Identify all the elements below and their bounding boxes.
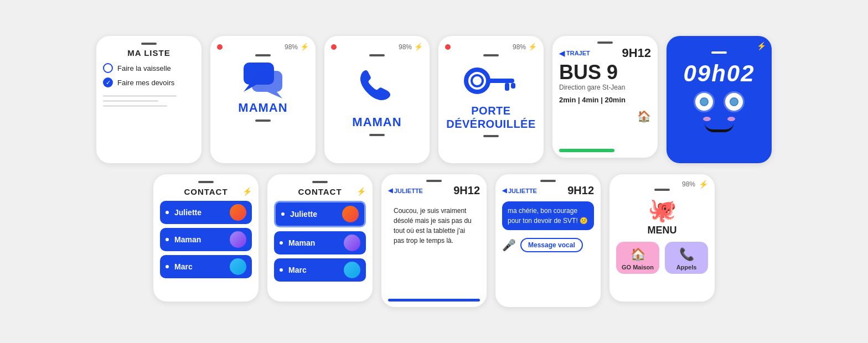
- card4-topbar: 98% ⚡: [445, 43, 537, 51]
- clock-pupil-right: [730, 97, 738, 106]
- bus-times: 2min | 4min | 20min: [559, 96, 626, 104]
- card-porte: 98% ⚡ PORTEDÉVÉROUILLÉE: [438, 36, 544, 163]
- battery-icon-green: ⚡: [242, 187, 252, 196]
- voice-row: 🎤 Message vocal: [502, 238, 594, 252]
- clock-battery-icon: ⚡: [757, 41, 766, 50]
- bus-number: BUS 9: [559, 63, 618, 82]
- home-icon: 🏠: [559, 110, 651, 123]
- battery-icon: ⚡: [300, 43, 309, 51]
- porte-name: PORTEDÉVÉROUILLÉE: [446, 104, 536, 131]
- msg-progress-bar: [388, 299, 480, 302]
- card-maman-phone: 98% ⚡ MAMAN: [324, 36, 430, 163]
- contact-list-2: Juliette Maman Marc: [274, 201, 366, 282]
- battery-icon: ⚡: [699, 180, 708, 189]
- octopus-icon: 🐙: [648, 196, 676, 224]
- checkbox-checked[interactable]: ✓: [103, 77, 113, 87]
- chevron-left-icon[interactable]: ◀: [502, 187, 507, 194]
- clock-face: [694, 91, 745, 132]
- contact-dot: [166, 265, 169, 268]
- clock-eye-left: [694, 91, 715, 112]
- bus-topbar: ◀ TRAJET 9H12: [559, 46, 651, 60]
- contact-juliette[interactable]: Juliette: [160, 201, 252, 224]
- dash-indicator: [141, 43, 157, 45]
- clock-eye-right: [724, 91, 745, 112]
- avatar-juliette-sel: [342, 206, 359, 222]
- msg-sender-2: ◀ JULIETTE: [502, 187, 537, 194]
- row-1: MA LISTE Faire la vaisselle ✓ Faire mes …: [96, 36, 772, 163]
- dash-indicator: [483, 54, 499, 56]
- microphone-icon[interactable]: 🎤: [502, 238, 516, 252]
- msg-topbar-1: ◀ JULIETTE 9H12: [388, 184, 480, 197]
- battery-pct: 98%: [399, 43, 412, 51]
- battery-pct: 98%: [513, 43, 526, 51]
- maman-chat-name: MAMAN: [238, 101, 287, 115]
- svg-point-5: [472, 75, 483, 86]
- phone-icon: 📞: [679, 247, 694, 262]
- cheek-right: [727, 117, 735, 121]
- contact-name: Juliette: [290, 210, 317, 219]
- dash-indicator: [597, 41, 613, 44]
- clock-eyes: [694, 91, 745, 112]
- dash-bottom: [483, 135, 499, 137]
- contact-dot: [166, 238, 169, 241]
- list-line-2: [103, 100, 158, 102]
- battery-icon: ⚡: [528, 43, 537, 51]
- message-bubble-2: ma chérie, bon courage pour ton devoir d…: [502, 201, 594, 230]
- avatar-juliette: [230, 204, 246, 221]
- dash-indicator: [369, 54, 385, 56]
- cheek-left: [703, 117, 711, 121]
- contact-marc[interactable]: Marc: [160, 255, 252, 278]
- card-bus: ◀ TRAJET 9H12 BUS 9 Direction gare St-Je…: [552, 36, 658, 158]
- dash-indicator: [426, 180, 442, 182]
- contact-dot: [166, 211, 169, 214]
- status-dot-red: [217, 44, 223, 50]
- avatar-marc: [230, 258, 246, 275]
- trajet-text: TRAJET: [566, 50, 590, 56]
- green-progress-bar: [559, 149, 614, 152]
- status-dot-red: [445, 44, 451, 50]
- go-maison-button[interactable]: 🏠 GO Maison: [616, 242, 659, 274]
- contact-list-1: Juliette Maman Marc: [160, 201, 252, 278]
- card-ma-liste: MA LISTE Faire la vaisselle ✓ Faire mes …: [96, 36, 202, 163]
- clock-time: 09h02: [683, 60, 755, 87]
- chevron-left-icon[interactable]: ◀: [559, 49, 565, 58]
- contact-maman-2[interactable]: Maman: [274, 231, 366, 254]
- appels-button[interactable]: 📞 Appels: [665, 242, 708, 274]
- dash-indicator: [654, 189, 670, 191]
- maman-phone-name: MAMAN: [352, 115, 401, 129]
- bus-direction: Direction gare St-Jean: [559, 84, 625, 91]
- msg-time-1: 9H12: [453, 184, 480, 197]
- contact-dot: [280, 241, 283, 245]
- message-text-2: ma chérie, bon courage pour ton devoir d…: [508, 207, 588, 225]
- contact-dot: [280, 268, 283, 272]
- ma-liste-title: MA LISTE: [127, 48, 170, 58]
- avatar-maman-2: [344, 235, 360, 251]
- battery-icon: ⚡: [414, 43, 423, 51]
- voice-message-button[interactable]: Message vocal: [520, 238, 583, 252]
- card-menu: 98% ⚡ 🐙 MENU 🏠 GO Maison 📞 Appels: [609, 174, 715, 302]
- contact-marc-2[interactable]: Marc: [274, 258, 366, 282]
- card-maman-chat: 98% ⚡ MAMAN: [210, 36, 316, 163]
- list-text-2: Faire mes devoirs: [117, 79, 174, 87]
- sender-name: JULIETTE: [394, 188, 423, 194]
- card-clock: ⚡ 09h02: [666, 36, 772, 163]
- sender-name: JULIETTE: [508, 188, 537, 194]
- checkbox-empty[interactable]: [103, 63, 113, 73]
- contact-juliette-selected[interactable]: Juliette: [274, 201, 366, 227]
- contact-maman[interactable]: Maman: [160, 228, 252, 251]
- appels-label: Appels: [676, 264, 697, 271]
- chevron-left-icon[interactable]: ◀: [388, 187, 392, 194]
- dash-indicator-white: [711, 51, 727, 54]
- home-icon: 🏠: [631, 247, 645, 262]
- battery-pct: 98%: [682, 180, 695, 188]
- menu-topbar: 98% ⚡: [616, 180, 708, 189]
- dash-indicator: [312, 181, 328, 183]
- dash-indicator: [255, 54, 271, 56]
- chat-bubbles-icon: [241, 60, 285, 101]
- dash-indicator: [198, 181, 214, 183]
- bus-time: 9H12: [622, 46, 651, 60]
- list-item-2: ✓ Faire mes devoirs: [103, 77, 195, 87]
- dash-bottom: [369, 134, 385, 136]
- contact-title-1: CONTACT: [183, 187, 229, 196]
- avatar-maman: [230, 231, 246, 248]
